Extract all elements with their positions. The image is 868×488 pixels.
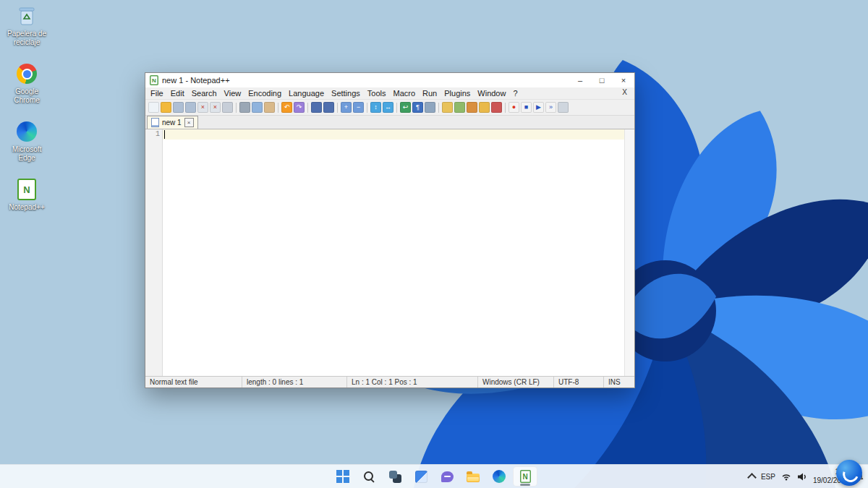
toolbar-print-icon[interactable] — [222, 102, 233, 113]
toolbar-close-all-icon[interactable]: × — [210, 102, 221, 113]
toolbar-open-file-icon[interactable] — [161, 102, 171, 113]
desktop-icon-microsoft-edge[interactable]: Microsoft Edge — [3, 120, 51, 162]
minimize-button[interactable]: – — [569, 73, 591, 87]
toolbar-word-wrap-icon[interactable]: ↩ — [400, 102, 411, 113]
text-editing-area[interactable] — [163, 129, 624, 376]
desktop-icon-label: Google Chrome — [3, 87, 51, 104]
tab-bar: new 1 × — [145, 116, 634, 129]
toolbar-new-file-icon[interactable] — [148, 102, 159, 113]
toolbar-monitoring-icon[interactable] — [491, 102, 502, 113]
taskbar-file-explorer-button[interactable] — [461, 466, 485, 487]
taskbar-chat-button[interactable] — [435, 466, 459, 487]
text-caret — [164, 130, 165, 139]
tab-close-icon[interactable]: × — [184, 118, 194, 127]
toolbar-indent-guide-icon[interactable] — [425, 102, 435, 113]
toolbar-copy-icon[interactable] — [252, 102, 263, 113]
toolbar-separator — [307, 103, 308, 113]
toolbar-zoom-out-icon[interactable]: − — [353, 102, 364, 113]
toolbar-save-all-icon[interactable] — [185, 102, 196, 113]
notepad-plus-plus-icon — [520, 470, 531, 483]
toolbar-save-file-icon[interactable] — [173, 102, 184, 113]
recycle-bin-icon — [17, 4, 37, 27]
toolbar-separator — [236, 103, 237, 113]
toolbar-record-macro-icon[interactable]: ● — [509, 102, 519, 113]
status-insert-mode[interactable]: INS — [603, 377, 634, 388]
menu-run[interactable]: Run — [419, 88, 441, 98]
toolbar-separator — [396, 103, 397, 113]
tab-label: new 1 — [162, 119, 182, 127]
toolbar-replace-icon[interactable] — [323, 102, 334, 113]
toolbar-zoom-in-icon[interactable]: + — [341, 102, 352, 113]
window-title: new 1 - Notepad++ — [162, 76, 230, 85]
menu-tools[interactable]: Tools — [364, 88, 390, 98]
menu-search[interactable]: Search — [188, 88, 221, 98]
toolbar-function-list-icon[interactable] — [467, 102, 477, 113]
menu-help[interactable]: ? — [509, 88, 521, 98]
toolbar-run-macro-multiple-times-icon[interactable]: » — [545, 102, 556, 113]
toolbar-separator — [438, 103, 439, 113]
toolbar-redo-icon[interactable]: ↷ — [294, 102, 305, 113]
window-titlebar[interactable]: new 1 - Notepad++ – □ × — [145, 73, 634, 87]
toolbar-folder-as-workspace-icon[interactable] — [479, 102, 490, 113]
taskbar-start-button[interactable] — [331, 466, 355, 487]
toolbar-separator — [337, 103, 338, 113]
menu-bar-items: FileEditSearchViewEncodingLanguageSettin… — [147, 89, 522, 98]
toolbar-cut-icon[interactable] — [239, 102, 250, 113]
toolbar-save-recorded-macro-icon[interactable] — [558, 102, 569, 113]
toolbar: ××↶↷+−↕↔↩¶●■▶» — [145, 99, 634, 116]
toolbar-document-map-icon[interactable] — [442, 102, 453, 113]
menu-language[interactable]: Language — [285, 88, 328, 98]
window-controls: – □ × — [569, 73, 634, 87]
help-bubble-icon[interactable] — [836, 460, 862, 486]
chat-icon — [441, 471, 454, 482]
maximize-button[interactable]: □ — [591, 73, 613, 87]
desktop-icon-label: Microsoft Edge — [3, 145, 51, 162]
menu-view[interactable]: View — [221, 88, 245, 98]
start-icon — [336, 470, 349, 483]
menu-window[interactable]: Window — [474, 88, 509, 98]
toolbar-close-file-icon[interactable]: × — [197, 102, 208, 113]
toolbar-sync-horizontal-icon[interactable]: ↔ — [383, 102, 393, 113]
volume-icon[interactable] — [797, 472, 807, 481]
toolbar-undo-icon[interactable]: ↶ — [281, 102, 292, 113]
network-icon[interactable] — [781, 472, 791, 481]
taskbar-notepad-plus-plus-button[interactable] — [513, 466, 537, 487]
toolbar-stop-recording-icon[interactable]: ■ — [521, 102, 532, 113]
close-button[interactable]: × — [613, 73, 634, 87]
toolbar-separator — [278, 103, 278, 113]
desktop-icon-google-chrome[interactable]: Google Chrome — [3, 62, 51, 104]
desktop-icon-notepad-plus-plus[interactable]: Notepad++ — [3, 178, 51, 212]
toolbar-document-list-icon[interactable] — [454, 102, 465, 113]
desktop[interactable]: Papelera de reciclaje Google Chrome Micr… — [0, 0, 868, 488]
notepad-plus-plus-icon — [17, 178, 36, 201]
taskbar: ESP 16:5 19/02/2022 — [0, 464, 868, 488]
current-line-highlight — [163, 129, 624, 140]
taskbar-widgets-button[interactable] — [409, 466, 433, 487]
menu-edit[interactable]: Edit — [167, 88, 188, 98]
status-eol-format[interactable]: Windows (CR LF) — [477, 377, 553, 388]
toolbar-sync-vertical-icon[interactable]: ↕ — [370, 102, 381, 113]
menu-settings[interactable]: Settings — [328, 88, 364, 98]
menu-macro[interactable]: Macro — [389, 88, 419, 98]
menu-plugins[interactable]: Plugins — [441, 88, 474, 98]
status-doc-type: Normal text file — [145, 378, 242, 386]
status-length-lines: length : 0 lines : 1 — [242, 377, 346, 388]
task-view-icon — [389, 471, 401, 483]
language-indicator[interactable]: ESP — [761, 473, 775, 481]
editor-vertical-scrollbar[interactable] — [624, 129, 634, 376]
menu-close-button[interactable]: X — [619, 87, 630, 97]
toolbar-paste-icon[interactable] — [264, 102, 275, 113]
desktop-icon-recycle-bin[interactable]: Papelera de reciclaje — [3, 4, 51, 46]
taskbar-edge-button[interactable] — [487, 466, 511, 487]
toolbar-show-all-characters-icon[interactable]: ¶ — [412, 102, 423, 113]
menu-file[interactable]: File — [147, 88, 167, 98]
toolbar-playback-macro-icon[interactable]: ▶ — [533, 102, 544, 113]
status-encoding[interactable]: UTF-8 — [553, 377, 603, 388]
tab-new-1[interactable]: new 1 × — [147, 116, 198, 129]
taskbar-task-view-button[interactable] — [383, 466, 407, 487]
tray-chevron-up-icon[interactable] — [747, 473, 757, 482]
menu-bar: FileEditSearchViewEncodingLanguageSettin… — [145, 87, 634, 99]
menu-encoding[interactable]: Encoding — [244, 88, 285, 98]
toolbar-find-icon[interactable] — [311, 102, 322, 113]
taskbar-search-button[interactable] — [357, 466, 381, 487]
